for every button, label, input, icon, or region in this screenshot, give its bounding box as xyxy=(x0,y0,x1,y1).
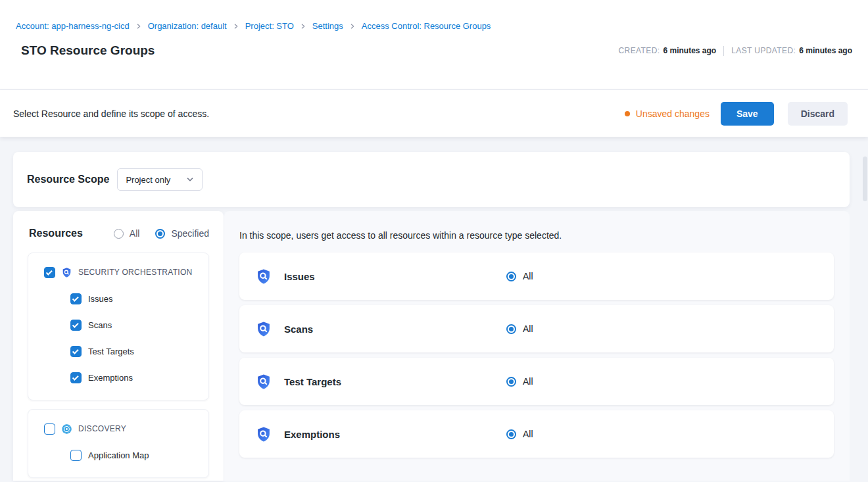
resource-card-title: Issues xyxy=(284,271,506,282)
radio-all-label[interactable]: All xyxy=(523,324,533,334)
breadcrumb-separator-icon xyxy=(349,23,356,30)
resource-group-card: SECURITY ORCHESTRATIONIssuesScansTest Ta… xyxy=(28,253,209,400)
resource-scope-card: Resource Scope Project only xyxy=(13,152,850,207)
breadcrumb-separator-icon xyxy=(300,23,306,30)
radio-all-label[interactable]: All xyxy=(523,376,533,387)
resource-item-row[interactable]: Application Map xyxy=(28,442,208,468)
radio-specified-label[interactable]: Specified xyxy=(171,228,209,239)
discard-button[interactable]: Discard xyxy=(788,102,848,126)
resource-item-label[interactable]: Application Map xyxy=(88,450,149,460)
unsaved-changes-label: Unsaved changes xyxy=(636,108,710,119)
shield-icon xyxy=(255,268,272,285)
resource-scope-select[interactable]: Project only xyxy=(117,168,203,191)
breadcrumb-separator-icon xyxy=(135,23,142,30)
resource-group-label[interactable]: SECURITY ORCHESTRATION xyxy=(78,268,193,277)
check-icon xyxy=(72,295,79,301)
checkbox-checked[interactable] xyxy=(70,320,82,331)
radio-all-label[interactable]: All xyxy=(130,228,140,239)
checkbox-checked[interactable] xyxy=(70,293,82,304)
resource-card-title: Test Targets xyxy=(284,376,506,387)
action-toolbar: Select Resource and define its scope of … xyxy=(0,90,868,137)
check-icon xyxy=(46,268,53,275)
radio-selected-icon[interactable] xyxy=(155,229,165,239)
resource-access-radio-group: All xyxy=(506,376,533,387)
breadcrumb-separator-icon xyxy=(233,23,239,30)
scope-intro-text: In this scope, users get access to all r… xyxy=(239,230,834,241)
checkbox-checked[interactable] xyxy=(70,372,82,383)
radio-option-specified[interactable]: Specified xyxy=(155,228,209,239)
breadcrumb-link[interactable]: Account: app-harness-ng-cicd xyxy=(16,21,130,31)
created-value: 6 minutes ago xyxy=(663,46,717,55)
unsaved-changes-status: Unsaved changes xyxy=(625,108,710,119)
check-icon xyxy=(72,374,79,380)
radio-option-all[interactable]: All xyxy=(114,228,140,239)
meta-divider xyxy=(723,46,724,56)
header-meta: CREATED: 6 minutes ago LAST UPDATED: 6 m… xyxy=(619,46,852,56)
resource-cards: IssuesAllScansAllTest TargetsAllExemptio… xyxy=(239,253,834,458)
resource-card: ScansAll xyxy=(239,305,834,352)
resource-tree: SECURITY ORCHESTRATIONIssuesScansTest Ta… xyxy=(28,253,209,478)
resource-item-row[interactable]: Scans xyxy=(28,312,208,338)
breadcrumb: Account: app-harness-ng-cicdOrganization… xyxy=(16,21,852,31)
checkbox-checked[interactable] xyxy=(44,267,55,278)
radio-unselected-icon[interactable] xyxy=(114,229,124,239)
resource-group-card: DISCOVERYApplication Map xyxy=(28,409,209,478)
scope-detail-panel: In this scope, users get access to all r… xyxy=(224,211,850,481)
save-button[interactable]: Save xyxy=(721,102,774,126)
resource-card: ExemptionsAll xyxy=(239,410,834,458)
page-header: Account: app-harness-ng-cicdOrganization… xyxy=(0,0,868,90)
resource-scope-selected-value: Project only xyxy=(126,175,170,185)
resources-title: Resources xyxy=(29,228,83,239)
checkbox-checked[interactable] xyxy=(70,346,82,357)
resource-card: Test TargetsAll xyxy=(239,358,834,405)
resource-item-row[interactable]: Exemptions xyxy=(28,364,208,391)
radio-selected-icon[interactable] xyxy=(506,377,516,387)
resource-card-title: Scans xyxy=(284,324,506,335)
vertical-scrollbar[interactable] xyxy=(863,157,867,201)
resource-group-label[interactable]: DISCOVERY xyxy=(78,424,126,433)
resource-card-title: Exemptions xyxy=(284,429,506,440)
resource-item-row[interactable]: Issues xyxy=(28,285,208,312)
resource-item-label[interactable]: Exemptions xyxy=(88,373,133,383)
resource-card: IssuesAll xyxy=(239,253,834,300)
breadcrumb-link[interactable]: Project: STO xyxy=(245,21,294,31)
resource-group-row[interactable]: DISCOVERY xyxy=(28,416,208,442)
chevron-down-icon xyxy=(186,176,194,183)
resource-item-label[interactable]: Issues xyxy=(88,294,113,304)
content-area: Resource Scope Project only Resources Al… xyxy=(0,137,868,481)
radio-selected-icon[interactable] xyxy=(506,324,516,334)
resource-item-row[interactable]: Test Targets xyxy=(28,338,208,364)
breadcrumb-link[interactable]: Access Control: Resource Groups xyxy=(362,21,491,31)
check-icon xyxy=(72,347,79,354)
shield-icon xyxy=(255,425,272,443)
breadcrumb-link[interactable]: Settings xyxy=(312,21,343,31)
radio-all-label[interactable]: All xyxy=(523,271,533,281)
check-icon xyxy=(72,321,79,327)
resource-item-label[interactable]: Test Targets xyxy=(88,347,134,356)
shield-icon xyxy=(61,267,72,278)
shield-icon xyxy=(255,320,272,338)
resource-access-radio-group: All xyxy=(506,429,533,439)
checkbox-unchecked[interactable] xyxy=(44,423,55,435)
resource-group-row[interactable]: SECURITY ORCHESTRATION xyxy=(28,259,208,285)
unsaved-dot-icon xyxy=(625,111,630,116)
radio-selected-icon[interactable] xyxy=(506,429,516,439)
resources-mode-radio-group: All Specified xyxy=(114,228,209,239)
radio-all-label[interactable]: All xyxy=(523,429,533,439)
checkbox-unchecked[interactable] xyxy=(70,450,82,461)
resources-panel: Resources All Specified SECURITY ORCHEST… xyxy=(13,211,224,481)
resource-access-radio-group: All xyxy=(506,271,533,281)
resource-scope-label: Resource Scope xyxy=(27,174,109,185)
toolbar-description: Select Resource and define its scope of … xyxy=(13,108,625,119)
shield-icon xyxy=(255,373,272,391)
discovery-icon xyxy=(61,423,72,435)
breadcrumb-link[interactable]: Organization: default xyxy=(148,21,227,31)
page-title: STO Resource Groups xyxy=(21,43,155,58)
last-updated-value: 6 minutes ago xyxy=(799,46,852,55)
radio-selected-icon[interactable] xyxy=(506,272,516,281)
created-label: CREATED: xyxy=(619,46,660,55)
resource-access-radio-group: All xyxy=(506,324,533,334)
last-updated-label: LAST UPDATED: xyxy=(731,46,796,55)
resource-item-label[interactable]: Scans xyxy=(88,320,112,330)
